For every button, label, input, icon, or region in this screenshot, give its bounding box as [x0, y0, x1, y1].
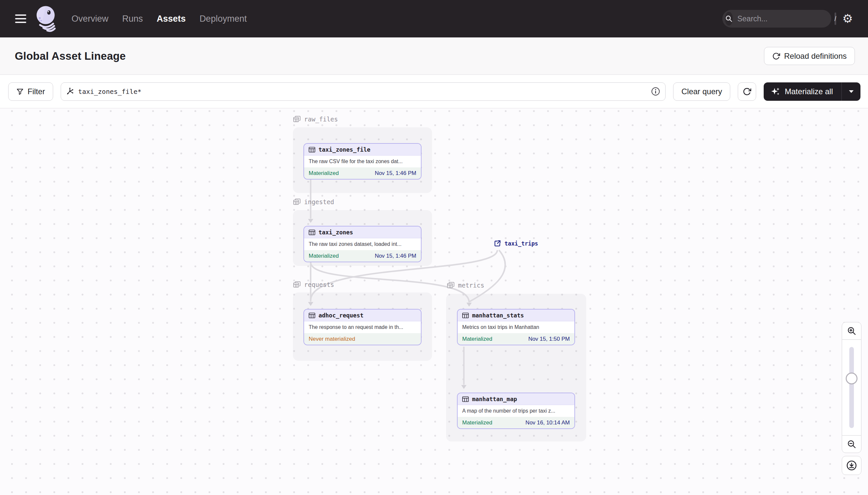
asset-description: A map of the number of trips per taxi z.…	[458, 405, 574, 417]
clear-query-button[interactable]: Clear query	[673, 82, 730, 101]
table-icon	[462, 396, 469, 402]
reload-label: Reload definitions	[784, 52, 847, 61]
asset-group-icon	[447, 281, 455, 289]
caret-down-icon	[848, 90, 854, 93]
toolbar: Filter Clear query	[0, 75, 868, 108]
filter-funnel-icon	[16, 88, 24, 95]
materialization-timestamp: Nov 16, 10:14 AM	[526, 420, 570, 426]
refresh-button[interactable]	[738, 82, 756, 101]
asset-node-taxi-zones-file[interactable]: taxi_zones_file The raw CSV file for the…	[303, 143, 422, 180]
asset-name: manhattan_stats	[472, 312, 524, 319]
status-badge: Materialized	[462, 336, 492, 342]
table-icon	[309, 147, 315, 153]
group-name: raw_files	[304, 116, 338, 123]
zoom-controls	[842, 322, 862, 453]
table-icon	[309, 312, 315, 319]
lineage-canvas[interactable]: raw_files ingested requests	[0, 108, 868, 495]
zoom-in-button[interactable]	[842, 322, 862, 340]
asset-name: taxi_zones_file	[319, 147, 370, 153]
asset-description: The raw CSV file for the taxi zones dat.…	[304, 156, 421, 167]
status-badge: Materialized	[309, 170, 339, 176]
recenter-view-button[interactable]	[842, 456, 862, 475]
settings-gear-icon[interactable]: ⚙	[843, 13, 853, 24]
zoom-slider[interactable]	[842, 340, 862, 435]
search-icon	[725, 12, 733, 25]
nav-item-assets[interactable]: Assets	[157, 14, 186, 24]
asset-query-input[interactable]	[78, 88, 647, 96]
zoom-out-button[interactable]	[842, 435, 862, 453]
asset-node-manhattan-map[interactable]: manhattan_map A map of the number of tri…	[457, 393, 575, 429]
status-badge: Materialized	[309, 253, 339, 259]
asset-description: The raw taxi zones dataset, loaded int..…	[304, 238, 421, 250]
reload-icon	[772, 52, 780, 60]
asset-node-adhoc-request[interactable]: adhoc_request The response to an request…	[303, 309, 422, 345]
asset-node-taxi-zones[interactable]: taxi_zones The raw taxi zones dataset, l…	[303, 226, 422, 262]
zoom-out-icon	[847, 439, 856, 449]
group-label-metrics[interactable]: metrics	[447, 281, 484, 289]
asset-name: manhattan_map	[472, 396, 517, 403]
nav-item-overview[interactable]: Overview	[72, 14, 109, 24]
external-asset-taxi-trips[interactable]: taxi_trips	[494, 240, 538, 247]
materialization-timestamp: Nov 15, 1:46 PM	[375, 253, 416, 259]
top-nav: Overview Runs Assets Deployment / ⚙	[0, 0, 868, 37]
group-name: ingested	[304, 198, 334, 205]
group-name: metrics	[458, 281, 484, 289]
graph-query-icon	[66, 87, 74, 96]
asset-group-icon	[293, 198, 301, 205]
asset-description: The response to an request made in th...	[304, 321, 421, 333]
table-icon	[462, 312, 469, 319]
materialize-all-split-button: Materialize all	[764, 82, 861, 101]
page-title: Global Asset Lineage	[15, 50, 126, 62]
materialization-timestamp: Nov 15, 1:50 PM	[528, 336, 570, 342]
asset-node-manhattan-stats[interactable]: manhattan_stats Metrics on taxi trips in…	[457, 309, 575, 345]
status-badge: Never materialized	[309, 336, 355, 342]
asset-query-box	[61, 82, 666, 101]
filter-label: Filter	[28, 87, 45, 96]
group-name: requests	[304, 281, 334, 288]
group-label-ingested[interactable]: ingested	[293, 198, 334, 205]
status-badge: Materialized	[462, 420, 492, 426]
external-asset-name: taxi_trips	[504, 240, 538, 247]
refresh-icon	[743, 87, 751, 96]
materialize-options-caret[interactable]	[842, 82, 861, 101]
materialize-all-button[interactable]: Materialize all	[764, 82, 842, 101]
materialize-all-label: Materialize all	[785, 87, 833, 96]
nav-item-runs[interactable]: Runs	[122, 14, 143, 24]
hamburger-menu-icon[interactable]	[15, 14, 26, 23]
asset-name: adhoc_request	[319, 312, 364, 319]
group-label-raw-files[interactable]: raw_files	[293, 116, 338, 123]
zoom-in-icon	[847, 326, 856, 336]
asset-description: Metrics on taxi trips in Manhattan	[458, 321, 574, 333]
nav-item-deployment[interactable]: Deployment	[199, 14, 247, 24]
search-shortcut-badge: /	[835, 13, 836, 25]
sparkle-icon	[771, 87, 780, 96]
global-search[interactable]: /	[722, 10, 831, 28]
asset-name: taxi_zones	[319, 229, 353, 236]
lineage-edges	[0, 108, 868, 495]
materialization-timestamp: Nov 15, 1:46 PM	[375, 170, 416, 176]
zoom-slider-track	[849, 347, 854, 428]
clear-query-label: Clear query	[681, 87, 722, 96]
recenter-icon	[846, 460, 857, 471]
query-info-icon[interactable]	[651, 87, 660, 96]
external-link-icon	[494, 240, 501, 247]
group-label-requests[interactable]: requests	[293, 281, 334, 288]
asset-group-icon	[293, 281, 301, 288]
reload-definitions-button[interactable]: Reload definitions	[764, 47, 855, 65]
filter-button[interactable]: Filter	[8, 82, 53, 101]
asset-group-icon	[293, 116, 301, 123]
search-input[interactable]	[738, 14, 835, 23]
page-header: Global Asset Lineage Reload definitions	[0, 37, 868, 75]
nav-menu: Overview Runs Assets Deployment	[72, 14, 247, 24]
dagster-logo-icon[interactable]	[35, 5, 57, 33]
zoom-slider-thumb[interactable]	[846, 373, 857, 385]
table-icon	[309, 229, 315, 235]
